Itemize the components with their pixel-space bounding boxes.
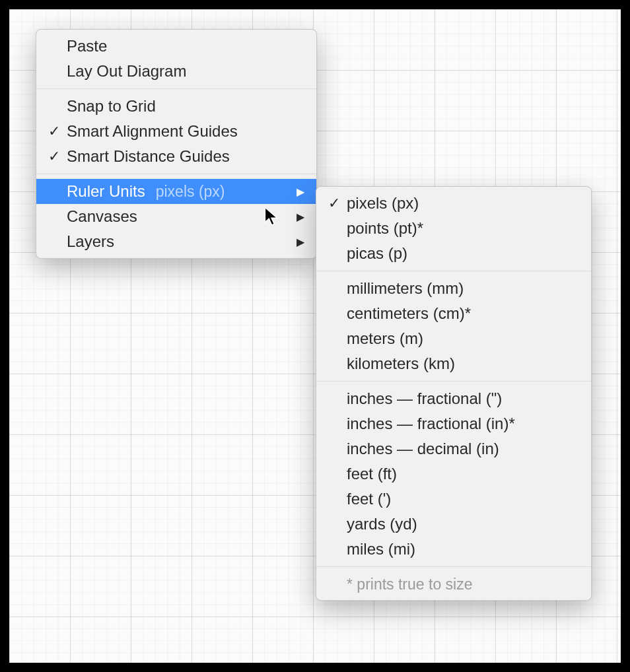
- menu-item-label: feet ('): [347, 490, 391, 508]
- menu-separator: [316, 381, 591, 382]
- context-menu: PasteLay Out DiagramSnap to Grid✓Smart A…: [36, 29, 317, 259]
- menu-item-label: Ruler Units: [67, 182, 145, 201]
- menu-item-label: Paste: [67, 37, 107, 55]
- menu-item-label: Smart Alignment Guides: [67, 122, 238, 141]
- unit-miles[interactable]: miles (mi): [316, 537, 591, 562]
- menu-ruler-units[interactable]: Ruler Unitspixels (px)▶: [36, 179, 316, 204]
- unit-pixels[interactable]: ✓pixels (px): [316, 191, 591, 216]
- menu-item-label: miles (mi): [347, 540, 415, 558]
- menu-item-value: pixels (px): [156, 183, 225, 201]
- menu-item-label: Snap to Grid: [67, 97, 156, 116]
- unit-inches-fractional-sym[interactable]: inches — fractional ("): [316, 386, 591, 411]
- menu-item-label: Smart Distance Guides: [67, 147, 230, 166]
- checkmark-icon: ✓: [48, 123, 67, 140]
- unit-yards[interactable]: yards (yd): [316, 512, 591, 537]
- unit-feet-sym[interactable]: feet ('): [316, 487, 591, 512]
- canvas-area[interactable]: PasteLay Out DiagramSnap to Grid✓Smart A…: [0, 0, 630, 672]
- menu-item-label: centimeters (cm)*: [347, 304, 471, 323]
- unit-meters[interactable]: meters (m): [316, 326, 591, 351]
- unit-feet-ft[interactable]: feet (ft): [316, 461, 591, 487]
- menu-item-label: yards (yd): [347, 515, 417, 533]
- menu-item-label: Canvases: [67, 207, 137, 226]
- menu-snap-to-grid[interactable]: Snap to Grid: [36, 94, 316, 119]
- menu-item-label: points (pt)*: [347, 219, 423, 238]
- menu-item-label: inches — fractional ("): [347, 389, 502, 408]
- menu-smart-distance-guides[interactable]: ✓Smart Distance Guides: [36, 144, 316, 169]
- menu-item-label: kilometers (km): [347, 354, 455, 373]
- menu-item-label: pixels (px): [347, 194, 419, 213]
- menu-item-label: Lay Out Diagram: [67, 62, 186, 81]
- menu-paste[interactable]: Paste: [36, 34, 316, 59]
- submenu-arrow-icon: ▶: [297, 185, 304, 198]
- menu-separator: [316, 566, 591, 567]
- menu-footer-note: * prints true to size: [316, 572, 591, 596]
- menu-canvases[interactable]: Canvases▶: [36, 204, 316, 229]
- menu-item-label: Layers: [67, 232, 114, 251]
- menu-item-label: inches — fractional (in)*: [347, 415, 515, 433]
- unit-centimeters[interactable]: centimeters (cm)*: [316, 301, 591, 326]
- menu-separator: [36, 174, 316, 174]
- unit-millimeters[interactable]: millimeters (mm): [316, 276, 591, 301]
- unit-points[interactable]: points (pt)*: [316, 216, 591, 241]
- menu-separator: [316, 271, 591, 271]
- menu-item-label: inches — decimal (in): [347, 440, 499, 458]
- menu-item-label: feet (ft): [347, 465, 397, 483]
- menu-layers[interactable]: Layers▶: [36, 229, 316, 254]
- menu-lay-out-diagram[interactable]: Lay Out Diagram: [36, 59, 316, 84]
- submenu-arrow-icon: ▶: [297, 236, 304, 248]
- checkmark-icon: ✓: [48, 148, 67, 165]
- menu-item-label: millimeters (mm): [347, 279, 464, 298]
- unit-inches-decimal[interactable]: inches — decimal (in): [316, 436, 591, 461]
- checkmark-icon: ✓: [328, 195, 347, 212]
- ruler-units-submenu: ✓pixels (px)points (pt)*picas (p)millime…: [316, 186, 592, 601]
- menu-item-label: meters (m): [347, 329, 423, 348]
- submenu-arrow-icon: ▶: [297, 211, 304, 223]
- menu-separator: [36, 88, 316, 89]
- unit-picas[interactable]: picas (p): [316, 241, 591, 266]
- menu-smart-alignment-guides[interactable]: ✓Smart Alignment Guides: [36, 119, 316, 144]
- unit-inches-fractional-in[interactable]: inches — fractional (in)*: [316, 411, 591, 436]
- unit-kilometers[interactable]: kilometers (km): [316, 351, 591, 376]
- menu-item-label: picas (p): [347, 244, 407, 263]
